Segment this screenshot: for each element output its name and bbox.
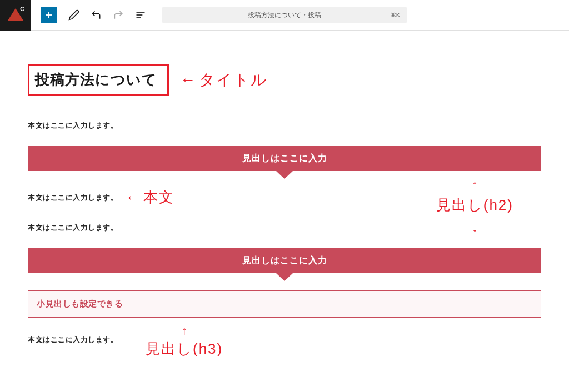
document-outline-icon[interactable] xyxy=(135,9,146,21)
annotation-body-label: 本文 xyxy=(143,188,174,207)
arrow-left-icon: ← xyxy=(180,71,197,89)
arrow-down-icon: ↓ xyxy=(472,220,478,235)
heading-h2-block[interactable]: 見出しはここに入力 xyxy=(28,146,541,171)
arrow-up-icon: ↑ xyxy=(472,178,478,192)
paragraph-block[interactable]: 本文はここに入力します。 xyxy=(28,335,118,345)
redo-icon[interactable] xyxy=(113,9,124,21)
shortcut-hint: ⌘K xyxy=(390,12,400,19)
paragraph-block[interactable]: 本文はここに入力します。 xyxy=(28,193,118,203)
edit-icon[interactable] xyxy=(68,9,79,21)
annotation-h3: ↑ 見出し(h3) xyxy=(146,324,223,359)
annotation-title-label: タイトル xyxy=(199,69,268,91)
add-block-button[interactable] xyxy=(41,7,57,23)
document-title-text: 投稿方法について・投稿 xyxy=(248,11,321,20)
document-title-bar[interactable]: 投稿方法について・投稿 ⌘K xyxy=(162,7,407,23)
heading-h3-block[interactable]: 小見出しも設定できる xyxy=(28,290,541,318)
arrow-up-icon: ↑ xyxy=(181,324,187,338)
heading-h2-block[interactable]: 見出しはここに入力 xyxy=(28,248,541,273)
annotation-h2: ↑ 見出し(h2) ↓ xyxy=(436,178,513,235)
editor-canvas: 投稿方法について ← タイトル 本文はここに入力します。 見出しはここに入力 本… xyxy=(0,31,569,370)
post-title: 投稿方法について xyxy=(35,70,157,89)
paragraph-block[interactable]: 本文はここに入力します。 xyxy=(28,120,541,130)
post-title-box[interactable]: 投稿方法について xyxy=(28,64,169,96)
undo-icon[interactable] xyxy=(91,9,102,21)
annotation-title: ← タイトル xyxy=(180,69,268,91)
editor-toolbar: C 投稿方法について・投稿 ⌘K xyxy=(0,0,569,31)
annotation-body: ← 本文 xyxy=(126,188,174,207)
arrow-left-icon: ← xyxy=(126,189,141,206)
site-logo[interactable]: C xyxy=(0,0,31,31)
annotation-h3-label: 見出し(h3) xyxy=(146,339,223,359)
annotation-h2-label: 見出し(h2) xyxy=(436,195,513,215)
